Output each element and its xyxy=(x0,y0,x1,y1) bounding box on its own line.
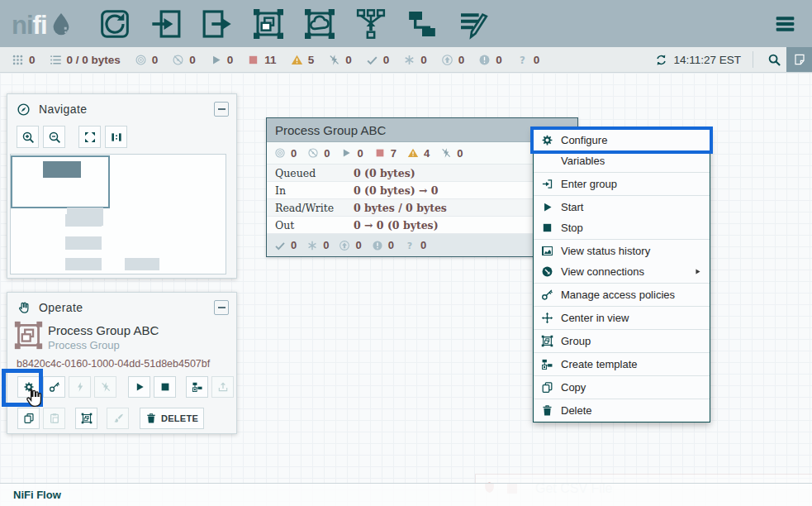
no-transmit-icon xyxy=(307,147,319,159)
copy-button[interactable] xyxy=(17,408,40,429)
search-button[interactable] xyxy=(762,47,786,72)
minimap-component xyxy=(65,236,102,250)
status-bar: 0 0 / 0 bytes 0 0 0 11 5 0 0 0 0 0 ?0 14… xyxy=(0,47,812,73)
minimap-component xyxy=(43,161,81,178)
component-toolbar xyxy=(98,7,490,41)
transmit-icon xyxy=(274,147,286,159)
asterisk-icon xyxy=(306,240,318,251)
menu-item-manage-access-policies[interactable]: Manage access policies xyxy=(534,284,710,305)
gear-icon xyxy=(23,381,35,393)
bolt-slash-icon xyxy=(440,147,452,159)
locally-modified-count: 0 xyxy=(403,54,427,66)
zoom-in-button[interactable] xyxy=(17,126,39,148)
asterisk-icon xyxy=(403,54,415,66)
fit-icon xyxy=(83,131,97,144)
minimap-component xyxy=(65,214,102,227)
start-button[interactable] xyxy=(128,376,150,398)
menu-item-create-template[interactable]: Create template xyxy=(534,354,710,375)
trash-icon xyxy=(145,413,157,424)
menu-separator xyxy=(534,195,710,196)
selected-component-name: Process Group ABC xyxy=(48,323,159,337)
group-button[interactable] xyxy=(75,408,97,429)
navigate-collapse-button[interactable] xyxy=(214,102,229,117)
menu-item-variables[interactable]: Variables xyxy=(534,150,710,171)
enable-button[interactable] xyxy=(69,376,91,398)
process-group-icon[interactable] xyxy=(252,7,285,41)
zoom-fit-button[interactable] xyxy=(78,126,101,148)
process-group-status-row: 0 0 0 7 4 0 xyxy=(267,142,577,165)
pg-up-to-date-count: 0 xyxy=(274,239,297,251)
menu-item-start[interactable]: Start xyxy=(534,197,710,217)
menu-item-group[interactable]: Group xyxy=(534,331,710,351)
refresh-icon[interactable] xyxy=(655,54,667,66)
funnel-icon[interactable] xyxy=(354,7,387,41)
gear-icon xyxy=(541,134,553,146)
template-icon[interactable] xyxy=(406,7,439,41)
stop-square-icon xyxy=(159,381,171,393)
menu-separator xyxy=(534,239,710,240)
stat-row-out: Out0 → 0 (0 bytes) xyxy=(267,217,577,234)
bulletin-board-button[interactable] xyxy=(786,47,812,72)
not-transmitting-count: 0 xyxy=(172,54,196,66)
stop-button[interactable] xyxy=(154,376,176,398)
menu-separator xyxy=(534,172,710,173)
input-port-icon[interactable] xyxy=(150,7,183,41)
output-port-icon[interactable] xyxy=(201,7,234,41)
paste-button[interactable] xyxy=(43,408,65,429)
delete-button[interactable]: DELETE xyxy=(140,408,204,429)
upload-template-button[interactable] xyxy=(211,376,234,398)
logo-text-fi: fi xyxy=(33,12,47,38)
group-icon xyxy=(541,335,553,347)
menu-item-view-status-history[interactable]: View status history xyxy=(534,241,710,261)
nifi-droplet-icon xyxy=(49,10,74,38)
birdseye-minimap[interactable] xyxy=(10,154,226,274)
menu-item-delete[interactable]: Delete xyxy=(534,400,710,421)
minimap-component xyxy=(65,258,102,270)
create-template-icon xyxy=(541,358,553,370)
note-icon xyxy=(793,53,806,66)
stop-square-icon xyxy=(247,54,259,66)
divider xyxy=(753,51,753,68)
list-icon xyxy=(50,54,62,66)
disable-button[interactable] xyxy=(94,376,116,398)
up-to-date-count: 0 xyxy=(366,54,390,66)
breadcrumb-nifi-flow[interactable]: NiFi Flow xyxy=(13,489,61,501)
modified-stale-count: 0 xyxy=(478,54,502,66)
access-policies-button[interactable] xyxy=(43,376,65,398)
menu-separator xyxy=(534,329,710,330)
configuration-button[interactable] xyxy=(17,376,40,398)
menu-item-view-connections[interactable]: View connections xyxy=(534,261,710,282)
zoom-out-button[interactable] xyxy=(43,126,65,148)
breadcrumb-bar: NiFi Flow xyxy=(0,483,812,506)
menu-item-enter-group[interactable]: Enter group xyxy=(534,174,710,194)
hand-pointer-icon xyxy=(17,301,31,315)
global-menu-icon[interactable] xyxy=(772,13,799,35)
label-icon[interactable] xyxy=(457,7,490,41)
remote-process-group-icon[interactable] xyxy=(303,7,336,41)
menu-item-copy[interactable]: Copy xyxy=(534,377,710,398)
menu-item-configure[interactable]: Configure xyxy=(534,130,710,150)
color-button[interactable] xyxy=(107,408,129,429)
create-template-button[interactable] xyxy=(186,376,208,398)
stale-count: 0 xyxy=(441,54,465,66)
operate-collapse-button[interactable] xyxy=(214,300,229,315)
menu-separator xyxy=(534,352,710,353)
menu-item-center-in-view[interactable]: Center in view xyxy=(534,308,710,328)
stop-square-icon xyxy=(374,147,386,159)
flow-canvas[interactable]: Navigate Operate Process Group ABC Pro xyxy=(0,73,812,506)
play-icon xyxy=(134,381,145,393)
processor-icon[interactable] xyxy=(98,7,131,41)
pg-not-transmitting-count: 0 xyxy=(307,147,330,160)
menu-separator xyxy=(534,306,710,307)
menu-separator xyxy=(534,375,710,376)
check-icon xyxy=(274,240,286,251)
menu-item-stop[interactable]: Stop xyxy=(534,217,710,238)
pg-sync-failure-count: ?0 xyxy=(404,239,426,251)
play-icon xyxy=(210,54,222,66)
sync-failure-count: ?0 xyxy=(516,54,540,66)
process-group-component[interactable]: Process Group ABC 0 0 0 7 4 0 Queued0 (0… xyxy=(266,117,578,257)
actual-size-button[interactable] xyxy=(105,126,127,148)
last-refresh-time: 14:11:27 EST xyxy=(673,54,741,66)
pg-invalid-count: 4 xyxy=(407,147,430,160)
center-icon xyxy=(541,312,553,324)
